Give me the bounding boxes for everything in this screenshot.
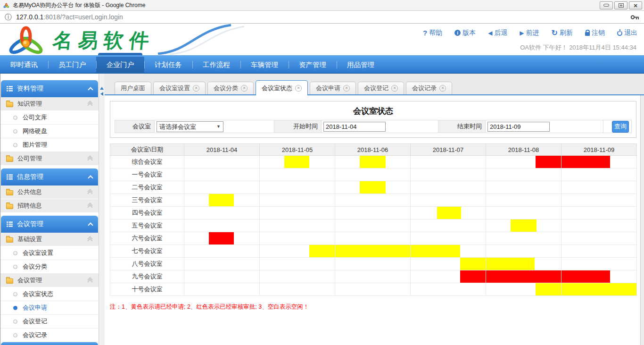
minimize-button[interactable] (600, 1, 613, 9)
folder-icon (6, 157, 13, 162)
sidebar-item[interactable]: 会议申请 (0, 301, 99, 315)
tab-6[interactable]: 会议记录 (406, 82, 452, 94)
tab-close-icon[interactable] (439, 85, 446, 92)
date-column-header: 2018-11-04 (184, 144, 260, 156)
collapse-left-icon[interactable] (100, 92, 103, 96)
tab-label: 会议室状态 (262, 84, 292, 93)
page-info-icon[interactable] (5, 13, 12, 22)
lock-icon (585, 32, 590, 36)
day-cell (260, 258, 335, 270)
header-link-back[interactable]: 后退 (488, 29, 507, 37)
double-chevron-up-icon (87, 156, 93, 161)
day-cell (184, 258, 260, 270)
sidebar-item[interactable]: 会议记录 (0, 328, 99, 342)
browser-urlbar[interactable]: 127.0.0.1:8018/?act=userLogin.login (0, 10, 644, 24)
day-cell (335, 219, 411, 232)
day-cell (486, 232, 561, 245)
maximize-button[interactable] (614, 1, 627, 9)
table-row: 八号会议室 (110, 258, 637, 270)
tab-3[interactable]: 会议室状态 (256, 80, 308, 95)
header-link-lock[interactable]: 注销 (585, 29, 605, 37)
legend-note: 注：1、黄色表示请已经申请; 2、红色表示已经审核审批; 3、空白表示空闲！ (110, 303, 309, 311)
double-chevron-up-icon (87, 203, 93, 209)
sidebar-item[interactable]: 公司文库 (0, 111, 99, 125)
tab-close-icon[interactable] (343, 85, 350, 92)
room-select[interactable]: 请选择会议室 (157, 121, 223, 132)
sidebar-folder[interactable]: 知识管理 (0, 97, 99, 111)
sidebar-item[interactable]: 会议登记 (0, 315, 99, 328)
folder-icon (6, 204, 13, 209)
day-cell (486, 156, 561, 168)
day-cell (335, 232, 411, 245)
sidebar-splitter[interactable] (99, 74, 105, 345)
end-date-input[interactable] (487, 122, 550, 132)
tab-close-icon[interactable] (241, 85, 248, 92)
date-column-header: 2018-11-08 (486, 144, 561, 156)
nav-item-2[interactable]: 企业门户 (96, 57, 144, 73)
password-key-icon[interactable] (630, 15, 639, 20)
nav-item-7[interactable]: 用品管理 (337, 57, 385, 73)
radio-dot-icon (13, 320, 17, 324)
folder-icon (6, 190, 13, 195)
nav-item-0[interactable]: 即时通讯 (0, 57, 48, 73)
booking-block-applied (561, 283, 636, 295)
sidebar-group[interactable]: 信息管理 (1, 168, 98, 185)
sidebar-item[interactable]: 会议分类 (0, 260, 99, 274)
double-chevron-up-icon (87, 236, 93, 242)
header-link-refresh[interactable]: 刷新 (552, 28, 573, 37)
scrollbar-gutter[interactable] (640, 95, 644, 345)
nav-item-3[interactable]: 计划任务 (144, 57, 192, 73)
nav-item-1[interactable]: 员工门户 (48, 57, 96, 73)
sidebar-item-label: 会议分类 (23, 262, 47, 271)
sidebar-item[interactable]: 会议室设置 (0, 246, 99, 260)
main-nav: 即时通讯员工门户企业门户计划任务工作流程车辆管理资产管理用品管理 (0, 55, 644, 74)
url-path: :8018/?act=userLogin.login (43, 13, 123, 21)
sidebar-folder[interactable]: 公共信息 (0, 185, 99, 199)
header-link-help[interactable]: 帮助 (423, 29, 442, 37)
company-logo-text: 名易软件 (51, 27, 156, 54)
radio-dot-icon (13, 251, 17, 255)
sidebar-item[interactable]: 图片管理 (0, 138, 99, 152)
filter-row: 会议室 请选择会议室 开始时间 结束时间 查询 (115, 120, 632, 133)
header-link-info[interactable]: 版本 (454, 29, 476, 37)
sidebar-folder[interactable]: 会议管理 (0, 274, 99, 287)
sidebar-group-label: 会议管理 (17, 220, 89, 228)
sidebar-folder[interactable]: 基础设置 (0, 233, 99, 246)
sidebar-group[interactable]: 会议管理 (1, 216, 98, 233)
day-cell (184, 283, 260, 296)
booking-block-applied (360, 156, 385, 168)
start-date-input[interactable] (323, 122, 386, 132)
sidebar-next-group-edge (1, 342, 98, 345)
scroll-up-icon[interactable] (100, 87, 104, 90)
table-row: 十号会议室 (110, 283, 637, 296)
tab-0[interactable]: 用户桌面 (115, 82, 151, 94)
sidebar-folder[interactable]: 招聘信息 (0, 199, 99, 213)
sidebar-item[interactable]: 会议室状态 (0, 287, 99, 301)
url-text[interactable]: 127.0.0.1:8018/?act=userLogin.login (16, 13, 630, 21)
tab-2[interactable]: 会议分类 (207, 82, 254, 94)
tab-1[interactable]: 会议室设置 (153, 82, 206, 94)
sidebar-item[interactable]: 网络硬盘 (0, 125, 99, 138)
nav-item-4[interactable]: 工作流程 (192, 57, 240, 73)
tab-4[interactable]: 会议申请 (310, 82, 356, 94)
tab-close-icon[interactable] (193, 85, 199, 92)
day-cell (260, 156, 335, 168)
tab-close-icon[interactable] (391, 85, 398, 92)
day-cell (335, 258, 411, 270)
nav-item-6[interactable]: 资产管理 (289, 57, 337, 73)
sidebar-folder[interactable]: 公司管理 (0, 152, 99, 166)
sidebar-group[interactable]: 资料管理 (1, 80, 98, 97)
chevron-up-icon (88, 222, 93, 227)
day-cell (411, 258, 486, 270)
nav-item-5[interactable]: 车辆管理 (240, 57, 289, 73)
header-link-forward[interactable]: 前进 (520, 29, 539, 37)
tab-5[interactable]: 会议登记 (358, 82, 404, 94)
header-link-power[interactable]: 退出 (617, 29, 637, 37)
day-cell (486, 270, 561, 283)
room-label: 会议室 (115, 120, 155, 133)
radio-dot-icon (13, 116, 17, 120)
search-button[interactable]: 查询 (612, 121, 629, 133)
close-button[interactable] (629, 1, 642, 9)
tab-close-icon[interactable] (295, 85, 302, 92)
minimize-icon (603, 4, 609, 7)
